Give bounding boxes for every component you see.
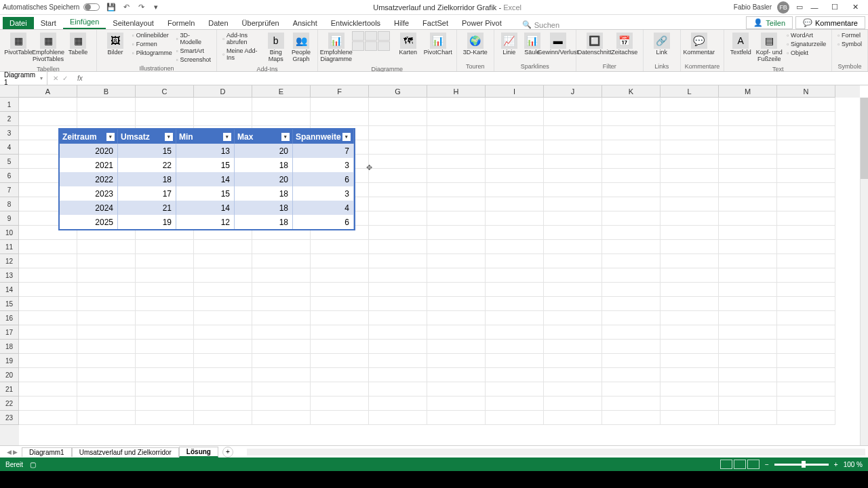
filter-dropdown-icon[interactable]: ▾: [281, 133, 290, 141]
cell[interactable]: [660, 254, 719, 268]
cell[interactable]: [486, 268, 544, 283]
filter-dropdown-icon[interactable]: ▾: [342, 133, 351, 141]
cell[interactable]: [544, 354, 602, 368]
cell[interactable]: [602, 226, 660, 240]
table-cell[interactable]: 19: [118, 215, 176, 229]
comment-button[interactable]: 💬Kommentar: [685, 31, 713, 58]
vertical-scrollbar[interactable]: [860, 98, 868, 445]
cell[interactable]: [602, 340, 660, 354]
cell[interactable]: [19, 382, 77, 396]
column-header[interactable]: D: [194, 85, 252, 98]
toggle-switch[interactable]: [83, 3, 100, 11]
cell[interactable]: [602, 325, 660, 340]
row-header[interactable]: 10: [0, 226, 19, 240]
cell[interactable]: [719, 240, 777, 254]
screenshot-button[interactable]: Screenshot: [175, 56, 213, 64]
row-header[interactable]: 17: [0, 325, 19, 340]
cell[interactable]: [777, 297, 835, 311]
cell[interactable]: [777, 226, 835, 240]
cell[interactable]: [136, 283, 194, 297]
table-cell[interactable]: 7: [293, 144, 354, 158]
column-header[interactable]: K: [602, 85, 660, 98]
cell[interactable]: [19, 254, 77, 268]
cell[interactable]: [19, 283, 77, 297]
cell[interactable]: [544, 368, 602, 382]
cell[interactable]: [252, 240, 311, 254]
get-addins-button[interactable]: Add-Ins abrufen: [221, 31, 262, 46]
signature-button[interactable]: Signaturzeile: [785, 40, 827, 48]
cell[interactable]: [660, 226, 719, 240]
row-header[interactable]: 15: [0, 297, 19, 311]
horizontal-scrollbar[interactable]: [247, 449, 865, 455]
cell[interactable]: [602, 169, 660, 183]
cell[interactable]: [719, 226, 777, 240]
cell[interactable]: [719, 268, 777, 283]
cell[interactable]: [311, 382, 369, 396]
cell[interactable]: [77, 112, 136, 126]
sheet-tab-diagramm1[interactable]: Diagramm1: [22, 447, 72, 457]
cell[interactable]: [136, 268, 194, 283]
row-header[interactable]: 11: [0, 240, 19, 254]
cell[interactable]: [660, 197, 719, 211]
cell[interactable]: [660, 297, 719, 311]
tab-daten[interactable]: Daten: [201, 17, 235, 29]
cell[interactable]: [136, 411, 194, 425]
cell[interactable]: [369, 254, 427, 268]
cell[interactable]: [194, 98, 252, 112]
tab-file[interactable]: Datei: [3, 17, 34, 29]
cell[interactable]: [194, 340, 252, 354]
cell[interactable]: [427, 126, 486, 140]
column-header[interactable]: E: [252, 85, 311, 98]
cell[interactable]: [544, 169, 602, 183]
cell[interactable]: [252, 396, 311, 411]
cell[interactable]: [427, 382, 486, 396]
column-header[interactable]: M: [719, 85, 777, 98]
cell[interactable]: [719, 354, 777, 368]
table-cell[interactable]: 2020: [60, 144, 118, 158]
cell[interactable]: [427, 226, 486, 240]
cell[interactable]: [136, 325, 194, 340]
cell[interactable]: [77, 254, 136, 268]
cell[interactable]: [311, 340, 369, 354]
select-all-corner[interactable]: [0, 85, 19, 98]
cell[interactable]: [660, 268, 719, 283]
cell[interactable]: [369, 311, 427, 325]
cell[interactable]: [777, 340, 835, 354]
cell[interactable]: [602, 155, 660, 169]
table-cell[interactable]: 6: [293, 215, 354, 229]
cell[interactable]: [660, 311, 719, 325]
cell[interactable]: [486, 368, 544, 382]
user-name[interactable]: Fabio Basler: [734, 3, 772, 11]
filter-dropdown-icon[interactable]: ▾: [165, 133, 173, 141]
link-button[interactable]: 🔗Link: [648, 31, 676, 58]
filter-dropdown-icon[interactable]: ▾: [223, 133, 231, 141]
cell[interactable]: [136, 240, 194, 254]
table-cell[interactable]: 22: [118, 158, 176, 172]
cell[interactable]: [777, 98, 835, 112]
table-header-cell[interactable]: Zeitraum▾: [60, 129, 118, 144]
slicer-button[interactable]: 🔲Datenschnitt: [580, 31, 609, 58]
cell[interactable]: [602, 98, 660, 112]
table-cell[interactable]: 2025: [60, 215, 118, 229]
cell[interactable]: [369, 382, 427, 396]
cell[interactable]: [660, 368, 719, 382]
name-box[interactable]: Diagramm 1▾: [0, 71, 47, 86]
cell[interactable]: [544, 126, 602, 140]
cell[interactable]: [777, 382, 835, 396]
row-header[interactable]: 18: [0, 340, 19, 354]
comments-button[interactable]: 💬 Kommentare: [795, 16, 865, 29]
row-header[interactable]: 5: [0, 155, 19, 169]
cell[interactable]: [777, 311, 835, 325]
cell[interactable]: [777, 396, 835, 411]
cell[interactable]: [544, 382, 602, 396]
cell[interactable]: [719, 211, 777, 226]
column-header[interactable]: B: [77, 85, 136, 98]
cell[interactable]: [311, 254, 369, 268]
cell[interactable]: [369, 268, 427, 283]
cell[interactable]: [602, 382, 660, 396]
object-button[interactable]: Objekt: [785, 49, 827, 57]
table-cell[interactable]: 18: [235, 215, 293, 229]
table-cell[interactable]: 2021: [60, 158, 118, 172]
worksheet-grid[interactable]: ABCDEFGHIJKLMN 1234567891011121314151617…: [0, 85, 868, 445]
cell[interactable]: [369, 112, 427, 126]
